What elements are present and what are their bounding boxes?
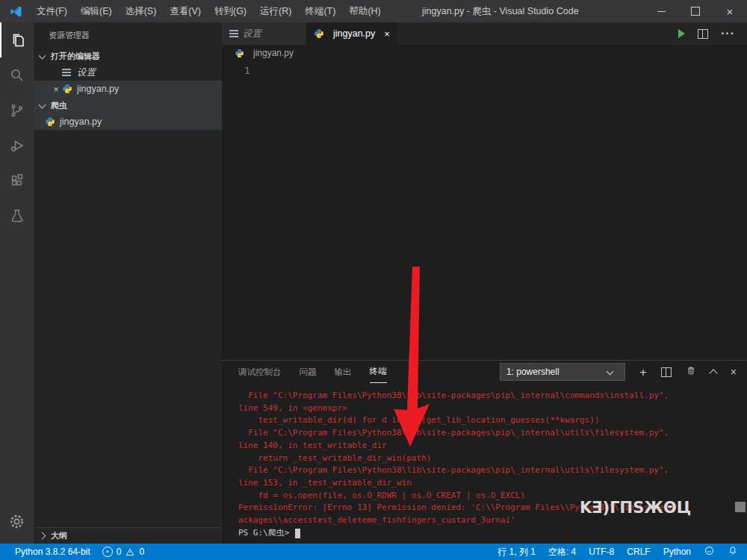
tab-terminal[interactable]: 终端 [370,361,387,383]
menu-go[interactable]: 转到(G) [208,0,253,22]
close-icon[interactable]: × [384,28,390,40]
menu-terminal[interactable]: 终端(T) [298,0,342,22]
tab-jingyan[interactable]: jingyan.py × [306,22,397,45]
warning-icon [125,547,135,557]
close-icon[interactable]: × [50,84,62,95]
folder-section-pachong[interactable]: 爬虫 [34,97,222,113]
main-area: 资源管理器 打开的编辑器 设置 × jingyan.py 爬虫 [0,22,747,544]
watermark: K∃)ΓΠЅЖΘЦ [580,498,691,517]
vscode-logo-icon [10,5,22,18]
search-icon[interactable] [0,57,34,93]
open-editor-settings[interactable]: 设置 [34,64,222,81]
tab-debug-console[interactable]: 调试控制台 [238,361,282,383]
open-editor-settings-label: 设置 [77,66,96,79]
python-file-icon [314,28,324,39]
outline-section[interactable]: 大纲 [34,527,222,544]
warning-count: 0 [139,547,144,557]
eol-sequence[interactable]: CRLF [627,547,650,557]
error-icon: × [102,547,113,557]
run-and-debug-icon[interactable] [0,128,34,163]
menu-bar: 文件(F) 编辑(E) 选择(S) 查看(V) 转到(G) 运行(R) 终端(T… [30,0,388,22]
tab-settings-label: 设置 [243,28,261,40]
file-jingyan[interactable]: jingyan.py [34,113,222,130]
new-terminal-icon[interactable]: + [639,366,647,379]
terminal-prompt: PS G:\爬虫> [238,527,747,540]
python-file-icon [62,84,72,94]
python-file-icon [45,116,55,127]
kill-terminal-icon[interactable] [686,365,696,379]
open-editor-jingyan[interactable]: × jingyan.py [34,81,222,97]
bell-icon[interactable] [728,545,738,559]
minimize-button[interactable] [644,0,678,22]
code-editor[interactable]: 1 [222,61,747,360]
settings-list-icon [229,30,238,37]
run-python-file-icon[interactable] [678,29,685,38]
split-terminal-icon[interactable] [661,367,672,377]
tab-bar: 设置 jingyan.py × ··· [222,22,747,45]
terminal-line: line 140, in test_writable_dir [238,440,747,452]
breadcrumb-filename: jingyan.py [253,48,294,58]
editor-group: 设置 jingyan.py × ··· [222,22,747,544]
menu-view[interactable]: 查看(V) [163,0,208,22]
line-number: 1 [244,65,250,76]
status-bar: Python 3.8.2 64-bit × 0 0 行 1, 列 1 空格: 4… [0,544,747,560]
terminal[interactable]: File "C:\Program Files\Python38\lib\site… [222,383,747,544]
close-panel-icon[interactable]: × [731,367,737,377]
terminal-select[interactable]: 1: powershell [500,363,625,381]
gear-icon[interactable] [0,504,34,539]
terminal-line: test_writable_dir(d) for d in set(get_li… [238,414,747,427]
vscode-window: 文件(F) 编辑(E) 选择(S) 查看(V) 转到(G) 运行(R) 终端(T… [0,0,747,560]
source-control-icon[interactable] [0,93,34,128]
encoding[interactable]: UTF-8 [589,547,614,557]
chevron-down-icon [39,101,46,108]
terminal-cursor [295,529,300,538]
outline-label: 大纲 [51,530,67,541]
split-editor-icon[interactable] [698,29,708,39]
problems-indicator[interactable]: × 0 0 [102,547,144,557]
panel-actions: + × [639,365,737,379]
feedback-icon[interactable] [704,545,715,559]
terminal-line: return _test_writable_dir_win(path) [238,452,747,465]
maximize-button[interactable] [678,0,713,22]
menu-selection[interactable]: 选择(S) [119,0,164,22]
window-title: jingyan.py - 爬虫 - Visual Studio Code [422,0,579,22]
terminal-line: line 153, in _test_writable_dir_win [238,477,747,490]
terminal-line: line 549, in <genexpr> [238,402,747,415]
window-controls: × [644,0,747,22]
tab-problems[interactable]: 问题 [300,361,317,383]
tab-settings[interactable]: 设置 [222,22,306,45]
terminal-select-value: 1: powershell [506,367,560,377]
menu-run[interactable]: 运行(R) [253,0,298,22]
open-editors-label: 打开的编辑器 [51,51,100,62]
explorer-icon[interactable] [0,22,34,57]
maximize-panel-icon[interactable] [709,369,717,377]
test-flask-icon[interactable] [0,198,34,233]
more-actions-icon[interactable]: ··· [721,27,735,40]
menu-edit[interactable]: 编辑(E) [74,0,119,22]
sidebar-title: 资源管理器 [34,22,222,48]
terminal-line: File "C:\Program Files\Python38\lib\site… [238,464,747,477]
panel-header: 调试控制台 问题 输出 终端 1: powershell + [222,361,747,383]
extensions-icon[interactable] [0,163,34,198]
language-mode[interactable]: Python [663,547,691,557]
folder-label: 爬虫 [51,100,67,111]
menu-file[interactable]: 文件(F) [30,0,74,22]
python-file-icon [235,49,244,58]
chevron-right-icon [39,532,46,540]
explorer-sidebar: 资源管理器 打开的编辑器 设置 × jingyan.py 爬虫 [34,22,222,544]
python-interpreter[interactable]: Python 3.8.2 64-bit [15,547,90,557]
cursor-position[interactable]: 行 1, 列 1 [498,546,536,559]
open-editors-section[interactable]: 打开的编辑器 [34,48,222,64]
indentation[interactable]: 空格: 4 [548,546,576,559]
prompt-text: PS G:\爬虫> [238,527,294,540]
terminal-scrollbar-thumb[interactable] [735,502,746,512]
title-bar: 文件(F) 编辑(E) 选择(S) 查看(V) 转到(G) 运行(R) 终端(T… [0,0,747,22]
chevron-down-icon [606,367,613,375]
menu-help[interactable]: 帮助(H) [342,0,387,22]
open-editor-jingyan-label: jingyan.py [77,84,119,94]
settings-list-icon [62,69,71,76]
tab-output[interactable]: 输出 [335,361,352,383]
terminal-line: File "C:\Program Files\Python38\lib\site… [238,427,747,440]
close-window-button[interactable]: × [713,0,747,22]
breadcrumb[interactable]: jingyan.py [222,45,747,61]
